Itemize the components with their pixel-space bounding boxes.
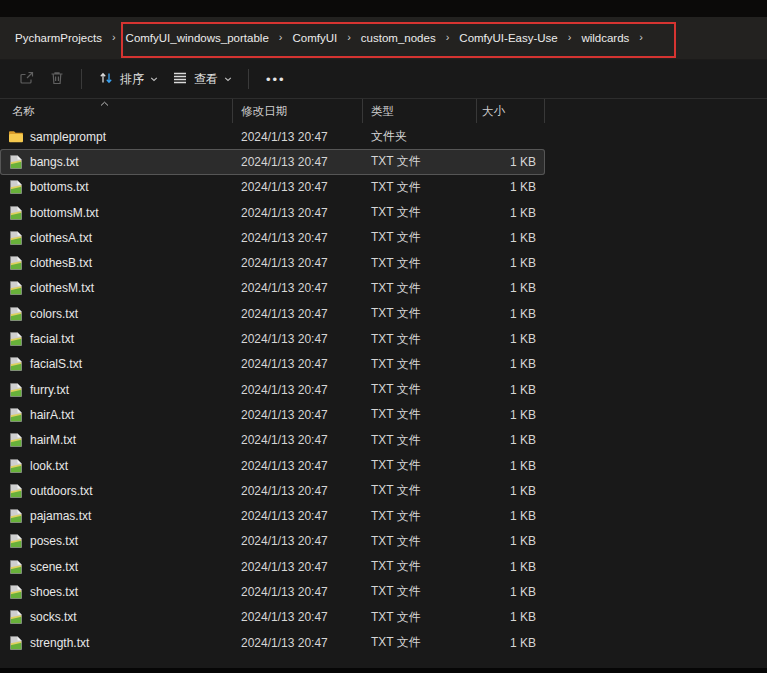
file-size: 1 KB xyxy=(477,357,545,371)
file-type: TXT 文件 xyxy=(363,179,477,196)
file-row[interactable]: scene.txt 2024/1/13 20:47 TXT 文件 1 KB xyxy=(0,554,545,579)
txt-file-icon xyxy=(8,559,24,575)
toolbar-divider xyxy=(248,69,249,89)
txt-file-icon xyxy=(8,205,24,221)
file-name: facial.txt xyxy=(30,332,74,346)
txt-file-icon xyxy=(8,432,24,448)
column-header-name[interactable]: 名称 xyxy=(0,99,233,123)
file-row[interactable]: clothesB.txt 2024/1/13 20:47 TXT 文件 1 KB xyxy=(0,250,545,275)
file-row[interactable]: bottoms.txt 2024/1/13 20:47 TXT 文件 1 KB xyxy=(0,175,545,200)
file-size: 1 KB xyxy=(477,256,545,270)
file-size: 1 KB xyxy=(477,610,545,624)
delete-button[interactable] xyxy=(42,65,72,94)
file-date-modified: 2024/1/13 20:47 xyxy=(233,231,363,245)
chevron-right-icon: › xyxy=(279,31,283,43)
txt-file-icon xyxy=(8,230,24,246)
breadcrumb-item-custom-nodes[interactable]: custom_nodes xyxy=(361,32,436,44)
txt-file-icon xyxy=(8,407,24,423)
file-size: 1 KB xyxy=(477,307,545,321)
column-header-date-modified[interactable]: 修改日期 xyxy=(233,99,363,123)
file-type: TXT 文件 xyxy=(363,381,477,398)
file-size: 1 KB xyxy=(477,206,545,220)
file-name: clothesM.txt xyxy=(30,281,94,295)
file-date-modified: 2024/1/13 20:47 xyxy=(233,610,363,624)
sort-button-label: 排序 xyxy=(120,71,144,88)
file-row[interactable]: pajamas.txt 2024/1/13 20:47 TXT 文件 1 KB xyxy=(0,503,545,528)
file-date-modified: 2024/1/13 20:47 xyxy=(233,357,363,371)
file-type: TXT 文件 xyxy=(363,457,477,474)
txt-file-icon xyxy=(8,179,24,195)
share-icon xyxy=(19,70,35,89)
file-type: TXT 文件 xyxy=(363,558,477,575)
view-button-label: 查看 xyxy=(194,71,218,88)
txt-file-icon xyxy=(8,255,24,271)
file-row[interactable]: outdoors.txt 2024/1/13 20:47 TXT 文件 1 KB xyxy=(0,478,545,503)
file-name: bottoms.txt xyxy=(30,180,89,194)
file-name: socks.txt xyxy=(30,610,77,624)
file-row[interactable]: poses.txt 2024/1/13 20:47 TXT 文件 1 KB xyxy=(0,529,545,554)
file-type: TXT 文件 xyxy=(363,356,477,373)
file-name: furry.txt xyxy=(30,383,69,397)
file-row[interactable]: hairA.txt 2024/1/13 20:47 TXT 文件 1 KB xyxy=(0,402,545,427)
txt-file-icon xyxy=(8,356,24,372)
file-size: 1 KB xyxy=(477,408,545,422)
file-row[interactable]: facialS.txt 2024/1/13 20:47 TXT 文件 1 KB xyxy=(0,352,545,377)
file-size: 1 KB xyxy=(477,459,545,473)
share-button[interactable] xyxy=(12,65,42,94)
file-date-modified: 2024/1/13 20:47 xyxy=(233,534,363,548)
file-name: bangs.txt xyxy=(30,155,79,169)
file-row[interactable]: furry.txt 2024/1/13 20:47 TXT 文件 1 KB xyxy=(0,377,545,402)
file-row[interactable]: shoes.txt 2024/1/13 20:47 TXT 文件 1 KB xyxy=(0,579,545,604)
chevron-down-icon xyxy=(150,72,158,86)
toolbar: 排序 查看 ••• xyxy=(0,60,767,99)
file-type: TXT 文件 xyxy=(363,482,477,499)
file-name: shoes.txt xyxy=(30,585,78,599)
file-row[interactable]: socks.txt 2024/1/13 20:47 TXT 文件 1 KB xyxy=(0,605,545,630)
file-row[interactable]: bangs.txt 2024/1/13 20:47 TXT 文件 1 KB xyxy=(0,149,545,174)
file-name: hairA.txt xyxy=(30,408,74,422)
file-row[interactable]: clothesM.txt 2024/1/13 20:47 TXT 文件 1 KB xyxy=(0,276,545,301)
column-header-size[interactable]: 大小 xyxy=(477,99,545,123)
chevron-right-icon: › xyxy=(112,31,116,43)
file-name: clothesA.txt xyxy=(30,231,92,245)
file-size: 1 KB xyxy=(477,560,545,574)
file-date-modified: 2024/1/13 20:47 xyxy=(233,560,363,574)
view-button[interactable]: 查看 xyxy=(165,65,239,94)
file-name: poses.txt xyxy=(30,534,78,548)
file-row[interactable]: clothesA.txt 2024/1/13 20:47 TXT 文件 1 KB xyxy=(0,225,545,250)
file-row[interactable]: strength.txt 2024/1/13 20:47 TXT 文件 1 KB xyxy=(0,630,545,655)
file-size: 1 KB xyxy=(477,509,545,523)
file-type: TXT 文件 xyxy=(363,331,477,348)
breadcrumb-item-pycharmprojects[interactable]: PycharmProjects xyxy=(15,32,102,44)
breadcrumb-item-comfyui-windows-portable[interactable]: ComfyUI_windows_portable xyxy=(126,32,269,44)
txt-file-icon xyxy=(8,508,24,524)
toolbar-divider xyxy=(81,69,82,89)
file-row[interactable]: look.txt 2024/1/13 20:47 TXT 文件 1 KB xyxy=(0,453,545,478)
file-size: 1 KB xyxy=(477,383,545,397)
sort-button[interactable]: 排序 xyxy=(91,65,165,94)
breadcrumb-item-wildcards[interactable]: wildcards xyxy=(581,32,629,44)
file-name: bottomsM.txt xyxy=(30,206,99,220)
txt-file-icon xyxy=(8,382,24,398)
breadcrumb-item-comfyui[interactable]: ComfyUI xyxy=(292,32,337,44)
file-type: TXT 文件 xyxy=(363,533,477,550)
file-type: TXT 文件 xyxy=(363,432,477,449)
file-date-modified: 2024/1/13 20:47 xyxy=(233,383,363,397)
file-date-modified: 2024/1/13 20:47 xyxy=(233,332,363,346)
sort-icon xyxy=(98,70,114,89)
txt-file-icon xyxy=(8,458,24,474)
file-row[interactable]: colors.txt 2024/1/13 20:47 TXT 文件 1 KB xyxy=(0,301,545,326)
file-type: TXT 文件 xyxy=(363,204,477,221)
more-options-icon: ••• xyxy=(266,72,286,87)
file-name: hairM.txt xyxy=(30,433,76,447)
file-row[interactable]: facial.txt 2024/1/13 20:47 TXT 文件 1 KB xyxy=(0,326,545,351)
sort-ascending-caret-icon xyxy=(100,97,109,109)
more-options-button[interactable]: ••• xyxy=(258,67,294,92)
file-date-modified: 2024/1/13 20:47 xyxy=(233,459,363,473)
file-type: TXT 文件 xyxy=(363,280,477,297)
column-header-type[interactable]: 类型 xyxy=(363,99,477,123)
file-row[interactable]: bottomsM.txt 2024/1/13 20:47 TXT 文件 1 KB xyxy=(0,200,545,225)
file-row[interactable]: hairM.txt 2024/1/13 20:47 TXT 文件 1 KB xyxy=(0,428,545,453)
breadcrumb-item-comfyui-easy-use[interactable]: ComfyUI-Easy-Use xyxy=(459,32,557,44)
file-row[interactable]: sampleprompt 2024/1/13 20:47 文件夹 xyxy=(0,124,545,149)
